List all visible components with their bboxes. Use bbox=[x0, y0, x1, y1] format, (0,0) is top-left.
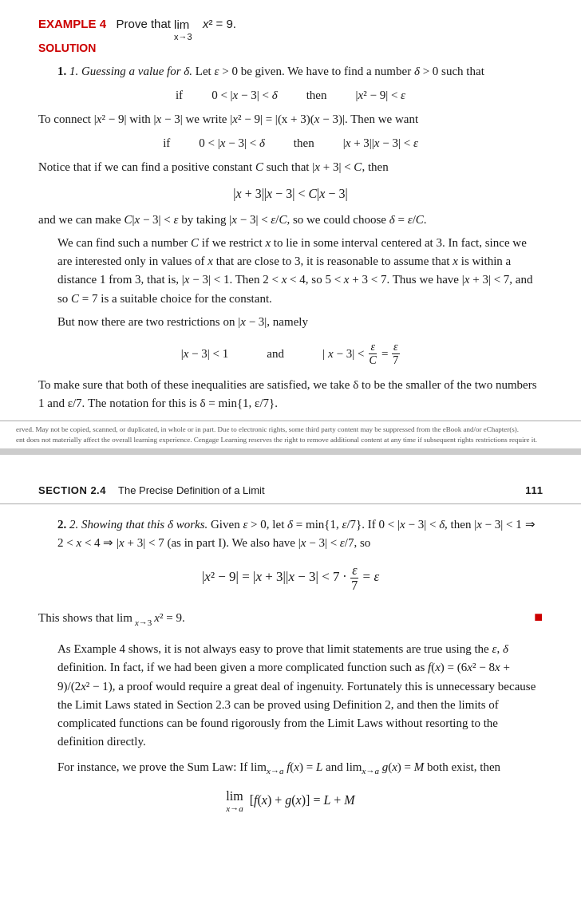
restriction-row: |x − 3| < 1 and |x − 3| < ε C = ε 7 bbox=[38, 341, 543, 366]
step2-display-math: |x² − 9| = |x + 3||x − 3| < 7 · ε 7 = ε bbox=[38, 563, 543, 592]
footer-line1: erved. May not be copied, scanned, or du… bbox=[16, 424, 565, 435]
if-label-1: if bbox=[176, 89, 183, 102]
section-number: SECTION 2.4 bbox=[38, 484, 106, 496]
final-math-display: lim x→a [f(x) + g(x)] = L + M bbox=[38, 789, 543, 813]
display-frac-denom: 7 bbox=[350, 578, 359, 593]
and-label: and bbox=[267, 347, 284, 361]
frac-numer-2: ε bbox=[392, 341, 400, 353]
epsilon-over-7: ε 7 bbox=[391, 341, 400, 366]
restrict-text: We can find such a number C if we restri… bbox=[38, 234, 543, 308]
para1: As Example 4 shows, it is not always eas… bbox=[38, 640, 543, 752]
qed-square: ■ bbox=[534, 606, 543, 629]
spacer bbox=[0, 455, 581, 472]
step2-text: 2. 2. Showing that this δ works. Given ε… bbox=[38, 515, 543, 553]
footer-notice: erved. May not be copied, scanned, or du… bbox=[0, 421, 581, 448]
footer-line2: ent does not materially affect the overa… bbox=[16, 435, 565, 445]
section-header-left: SECTION 2.4 The Precise Definition of a … bbox=[38, 484, 265, 497]
result-2: |x + 3||x − 3| < ε bbox=[343, 136, 418, 150]
step2-heading: 2. Showing that this δ works. bbox=[69, 518, 208, 531]
result-1: |x² − 9| < ε bbox=[356, 89, 406, 102]
final-lim-sub: x→a bbox=[226, 804, 243, 813]
final-lim-word: lim bbox=[226, 789, 243, 804]
shows-result: x² = 9. bbox=[154, 609, 184, 627]
final-lim-block: lim x→a bbox=[226, 789, 243, 813]
frac-numer-1: ε bbox=[369, 341, 377, 353]
smaller-text: To make sure that both of these inequali… bbox=[38, 376, 543, 413]
and-text: and we can make C|x − 3| < ε by taking |… bbox=[38, 211, 543, 229]
if-label-2: if bbox=[163, 136, 170, 150]
notice-text: Notice that if we can find a positive co… bbox=[38, 158, 543, 176]
then-label-1: then bbox=[306, 89, 327, 102]
page-divider bbox=[0, 448, 581, 455]
then-label-2: then bbox=[294, 136, 314, 150]
restriction-2: |x − 3| < ε C = ε 7 bbox=[322, 341, 400, 366]
condition-row-2: if 0 < |x − 3| < δ then |x + 3||x − 3| <… bbox=[38, 136, 543, 150]
example-label: EXAMPLE 4 bbox=[38, 17, 106, 30]
section-title: The Precise Definition of a Limit bbox=[118, 484, 265, 496]
shows-text: This shows that lim x→3 x² = 9. ■ bbox=[38, 603, 543, 629]
step1-text: 1. 1. Guessing a value for δ. Let ε > 0 … bbox=[38, 62, 543, 81]
step1-heading: 1. Guessing a value for δ. bbox=[69, 65, 192, 77]
display-frac-numer: ε bbox=[350, 563, 358, 578]
condition-1: 0 < |x − 3| < δ bbox=[211, 89, 278, 102]
epsilon-over-c: ε C bbox=[368, 341, 378, 366]
solution-header: SOLUTION bbox=[38, 39, 543, 57]
section-header-bar: SECTION 2.4 The Precise Definition of a … bbox=[0, 472, 581, 504]
restriction-1: |x − 3| < 1 bbox=[181, 347, 229, 361]
condition-2: 0 < |x − 3| < δ bbox=[199, 136, 265, 150]
lim-keyword: lim x→3 bbox=[174, 15, 189, 34]
shows-subscript: x→3 bbox=[135, 616, 152, 630]
condition-row-1: if 0 < |x − 3| < δ then |x² − 9| < ε bbox=[38, 89, 543, 102]
page-bottom-section: 2. 2. Showing that this δ works. Given ε… bbox=[0, 515, 581, 839]
example-header: EXAMPLE 4 Prove that lim x→3 x² = 9. bbox=[38, 14, 543, 34]
page-number: 111 bbox=[525, 484, 543, 496]
but-text: But now there are two restrictions on |x… bbox=[38, 313, 543, 331]
frac-denom-1: C bbox=[368, 354, 378, 366]
connect-text: To connect |x² − 9| with |x − 3| we writ… bbox=[38, 110, 543, 128]
para2: For instance, we prove the Sum Law: If l… bbox=[38, 758, 543, 778]
page-top-section: EXAMPLE 4 Prove that lim x→3 x² = 9. SOL… bbox=[0, 0, 581, 413]
lim-subscript: x→3 bbox=[174, 30, 192, 44]
frac-denom-2: 7 bbox=[391, 354, 400, 366]
notice-math-display: |x + 3||x − 3| < C|x − 3| bbox=[38, 187, 543, 201]
shows-prefix: This shows that lim bbox=[38, 609, 132, 627]
display-fraction: ε 7 bbox=[350, 563, 359, 592]
solution-label: SOLUTION bbox=[38, 41, 96, 54]
